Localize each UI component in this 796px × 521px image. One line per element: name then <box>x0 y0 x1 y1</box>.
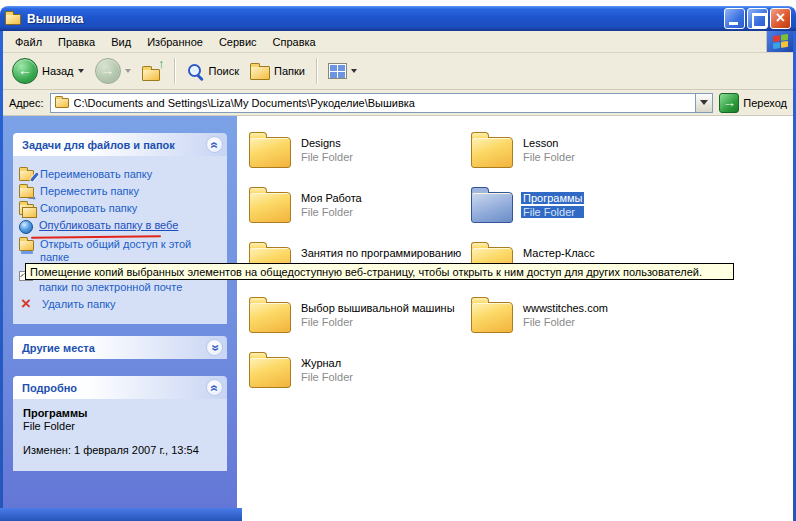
go-arrow-icon <box>719 93 739 113</box>
details-title: Подробно <box>22 382 77 394</box>
folder-pane-icon <box>250 66 270 80</box>
up-folder-icon <box>142 69 160 81</box>
folder-icon[interactable] <box>249 302 291 333</box>
details-header[interactable]: Подробно <box>13 376 227 399</box>
address-dropdown-button[interactable] <box>695 94 712 112</box>
folder-icon[interactable] <box>471 137 513 168</box>
up-button[interactable] <box>139 59 166 84</box>
window-title: Вышивка <box>27 12 724 26</box>
address-input[interactable]: C:\Documents and Settings\Liza\My Docume… <box>50 93 714 113</box>
file-name: wwwstitches.com <box>521 302 610 314</box>
task-link-label: Переименовать папку <box>40 168 218 181</box>
menu-item[interactable]: Справка <box>265 33 324 51</box>
move-folder-icon <box>19 187 34 198</box>
views-grid-icon <box>328 63 347 79</box>
address-path: C:\Documents and Settings\Liza\My Docume… <box>74 97 691 109</box>
views-button[interactable] <box>325 61 360 81</box>
file-name: Мастер-Класс <box>521 247 597 259</box>
file-name: Выбор вышивальной машины <box>299 302 457 314</box>
section-file-folder-tasks: Задачи для файлов и папок Переименовать … <box>13 133 227 324</box>
menu-item[interactable]: Избранное <box>139 33 211 51</box>
folder-icon[interactable] <box>471 192 513 223</box>
file-labels: Designs File Folder <box>299 130 355 163</box>
details-file-name: Программы <box>23 407 217 419</box>
folder-small-icon <box>55 98 69 108</box>
menu-bar: Файл Правка Вид Избранное Сервис Справка <box>3 31 793 53</box>
file-type: File Folder <box>299 206 364 218</box>
task-link[interactable]: Скопировать папку <box>19 202 223 215</box>
back-dropdown-icon[interactable] <box>78 69 84 73</box>
tasks-section-header[interactable]: Задачи для файлов и папок <box>13 133 227 156</box>
address-bar: Адрес: C:\Documents and Settings\Liza\My… <box>3 90 793 116</box>
task-link[interactable]: Открыть общий доступ к этой папке <box>19 238 223 264</box>
folders-button-label: Папки <box>274 65 305 77</box>
file-item[interactable]: Lesson File Folder <box>471 130 693 185</box>
file-labels: Выбор вышивальной машины File Folder <box>299 295 457 328</box>
menu-item[interactable]: Правка <box>50 33 103 51</box>
task-link[interactable]: Переименовать папку <box>19 168 223 181</box>
back-arrow-circle-icon <box>12 58 38 84</box>
search-button[interactable]: Поиск <box>183 60 242 83</box>
forward-arrow-circle-icon <box>95 58 121 84</box>
chevron-down-icon <box>700 100 708 105</box>
windows-flag-quadrants <box>773 34 788 49</box>
task-link[interactable]: Удалить папку <box>19 298 223 312</box>
chevron-up-circle-icon[interactable] <box>206 136 223 153</box>
folder-icon[interactable] <box>471 302 513 333</box>
file-type: File Folder <box>521 316 610 328</box>
explorer-window: Вышивка Файл Правка Вид Избранное Сервис… <box>0 6 796 521</box>
go-button[interactable]: Переход <box>719 93 787 113</box>
minimize-button[interactable] <box>724 8 745 29</box>
file-type: File Folder <box>521 206 584 218</box>
task-link-label: Переместить папку <box>40 185 218 198</box>
toolbar-separator <box>316 58 317 84</box>
file-labels: wwwstitches.com File Folder <box>521 295 610 328</box>
file-item[interactable]: Программы File Folder <box>471 185 693 240</box>
file-item[interactable]: Журнал File Folder <box>249 350 471 405</box>
rename-folder-icon <box>19 170 34 181</box>
task-link[interactable]: Переместить папку <box>19 185 223 198</box>
folder-icon[interactable] <box>249 357 291 388</box>
file-type: File Folder <box>299 151 355 163</box>
file-item[interactable]: Выбор вышивальной машины File Folder <box>249 295 471 350</box>
other-places-header[interactable]: Другие места <box>13 336 227 359</box>
folders-button[interactable]: Папки <box>247 61 308 82</box>
close-button[interactable] <box>770 8 791 29</box>
window-bottom-border <box>0 508 242 521</box>
windows-flag-icon <box>766 31 793 52</box>
menu-item[interactable]: Вид <box>103 33 139 51</box>
share-folder-icon <box>19 240 34 251</box>
file-type: File Folder <box>299 316 457 328</box>
back-button[interactable]: Назад <box>9 56 87 86</box>
chevron-down-circle-icon[interactable] <box>206 339 223 356</box>
task-link[interactable]: Опубликовать папку в вебе <box>19 219 223 234</box>
toolbar: Назад Поиск Папки <box>3 53 793 90</box>
file-type: File Folder <box>521 151 577 163</box>
file-item[interactable]: Моя Работа File Folder <box>249 185 471 240</box>
folder-icon[interactable] <box>249 137 291 168</box>
views-dropdown-icon[interactable] <box>351 69 357 73</box>
file-list-area[interactable]: Designs File Folder Lesson File Folder <box>237 116 793 521</box>
tooltip: Помещение копий выбранных элементов на о… <box>25 263 734 280</box>
file-item[interactable]: wwwstitches.com File Folder <box>471 295 693 350</box>
toolbar-separator <box>174 58 175 84</box>
task-pane: Задачи для файлов и папок Переименовать … <box>3 116 237 521</box>
file-labels: Программы File Folder <box>521 185 584 218</box>
other-places-title: Другие места <box>22 342 95 354</box>
file-type: File Folder <box>299 371 355 383</box>
delete-folder-icon <box>19 298 36 312</box>
maximize-button[interactable] <box>747 8 768 29</box>
copy-folder-icon <box>19 204 34 215</box>
menu-item[interactable]: Сервис <box>211 33 265 51</box>
file-item[interactable]: Designs File Folder <box>249 130 471 185</box>
forward-button[interactable] <box>92 56 134 86</box>
chevron-up-circle-icon[interactable] <box>206 379 223 396</box>
details-file-type: File Folder <box>23 420 217 432</box>
window-left-border <box>0 31 3 521</box>
file-name: Designs <box>299 137 355 149</box>
address-label: Адрес: <box>9 97 44 109</box>
task-link-label: Удалить папку <box>42 298 220 311</box>
menu-item[interactable]: Файл <box>7 33 50 51</box>
folder-window-icon <box>5 14 21 25</box>
folder-icon[interactable] <box>249 192 291 223</box>
